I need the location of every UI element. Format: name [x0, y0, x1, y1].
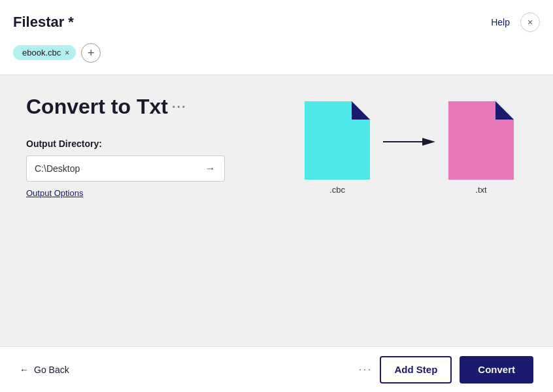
- go-back-arrow-icon: ←: [20, 365, 29, 375]
- footer: ← Go Back ··· Add Step Convert: [0, 346, 553, 392]
- svg-marker-1: [352, 101, 370, 120]
- page-title-text: Convert to Txt: [26, 95, 168, 119]
- arrow-right-icon: →: [205, 163, 216, 174]
- add-tab-button[interactable]: +: [81, 43, 101, 63]
- output-dir-browse-button[interactable]: →: [196, 155, 225, 182]
- target-ext-label: .txt: [475, 185, 486, 195]
- close-button[interactable]: ×: [520, 12, 540, 32]
- target-file-shape: [448, 101, 514, 180]
- file-tab-close-icon[interactable]: ×: [65, 49, 69, 57]
- title-ellipsis: ···: [172, 99, 187, 114]
- more-options-button[interactable]: ···: [358, 363, 372, 376]
- file-tab-name: ebook.cbc: [22, 48, 61, 57]
- conversion-arrow: [383, 134, 435, 150]
- add-step-button[interactable]: Add Step: [380, 356, 452, 384]
- source-file-icon: .cbc: [305, 101, 370, 195]
- app-title: Filestar *: [13, 14, 74, 31]
- header: Filestar * Help × ebook.cbc × +: [0, 0, 553, 75]
- file-tab[interactable]: ebook.cbc ×: [13, 45, 76, 60]
- source-ext-label: .cbc: [329, 185, 345, 195]
- output-options-link[interactable]: Output Options: [26, 188, 83, 198]
- go-back-button[interactable]: ← Go Back: [20, 365, 69, 375]
- svg-marker-3: [422, 138, 435, 146]
- footer-right: ··· Add Step Convert: [358, 356, 533, 384]
- header-actions: Help ×: [491, 12, 540, 32]
- source-file-shape: [305, 101, 370, 180]
- main-content: Convert to Txt ··· Output Directory: → O…: [0, 75, 553, 346]
- tabs-row: ebook.cbc × +: [13, 43, 540, 69]
- convert-button[interactable]: Convert: [460, 356, 533, 384]
- go-back-label: Go Back: [34, 365, 69, 375]
- header-top: Filestar * Help ×: [13, 6, 540, 32]
- svg-marker-5: [495, 101, 514, 120]
- help-link[interactable]: Help: [491, 17, 510, 27]
- target-file-icon: .txt: [448, 101, 514, 195]
- conversion-graphic: .cbc .txt: [305, 101, 514, 195]
- output-dir-input[interactable]: [26, 155, 196, 182]
